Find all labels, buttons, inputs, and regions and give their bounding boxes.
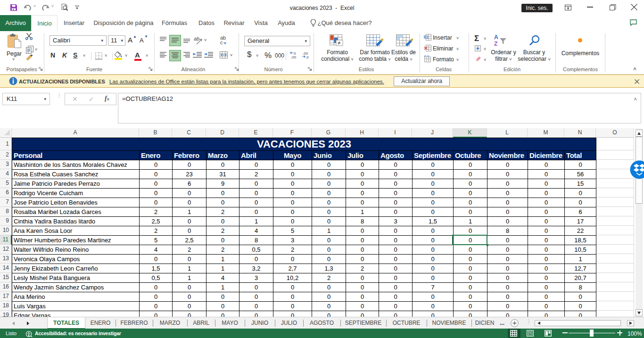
- svg-text:ab: ab: [194, 36, 199, 41]
- svg-text:,0: ,0: [305, 55, 309, 59]
- svg-text:≠: ≠: [338, 40, 340, 46]
- svg-text:Z: Z: [494, 41, 497, 47]
- svg-text:,00: ,00: [291, 55, 297, 59]
- svg-text:c: c: [220, 40, 223, 45]
- svg-text:A: A: [494, 34, 498, 41]
